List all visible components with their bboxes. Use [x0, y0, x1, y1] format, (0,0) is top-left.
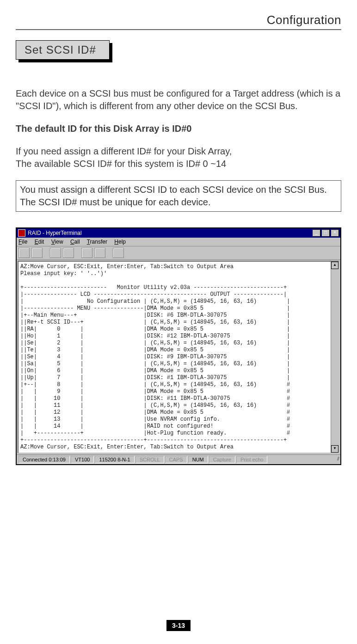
status-scroll: SCROLL [135, 456, 164, 463]
section-heading: Set SCSI ID# [16, 40, 110, 60]
menu-help[interactable]: Help [114, 239, 126, 245]
status-echo: Print echo [236, 456, 268, 463]
terminal-output[interactable]: AZ:Move Cursor, ESC:Exit, Enter:Enter, T… [19, 263, 338, 452]
paragraph-assign-line1: If you need assign a different ID# for y… [16, 146, 232, 156]
terminal-client-area: ▲ ▼ AZ:Move Cursor, ESC:Exit, Enter:Ente… [18, 261, 339, 454]
status-connected: Connected 0:13:09 [18, 456, 70, 463]
menu-transfer[interactable]: Transfer [87, 239, 107, 245]
app-icon [18, 229, 25, 237]
minimize-button[interactable]: _ [312, 229, 320, 237]
toolbar-open-icon[interactable] [31, 248, 43, 258]
toolbar-call-icon[interactable] [50, 248, 61, 258]
paragraph-intro: Each device on a SCSI bus must be config… [16, 87, 341, 112]
status-line: 115200 8-N-1 [95, 456, 134, 463]
menu-edit[interactable]: Edit [35, 239, 44, 245]
window-title: RAID - HyperTerminal [28, 230, 82, 236]
scroll-up-button[interactable]: ▲ [331, 262, 339, 269]
body-text: Each device on a SCSI bus must be config… [16, 87, 341, 212]
toolbar-new-icon[interactable] [18, 248, 30, 258]
status-emulation: VT100 [71, 456, 94, 463]
window-titlebar[interactable]: RAID - HyperTerminal _ □ × [17, 228, 340, 238]
page-number-badge: 3-13 [166, 620, 191, 631]
toolbar-properties-icon[interactable] [113, 248, 124, 258]
status-caps: CAPS [165, 456, 187, 463]
paragraph-assign-line2: The available SCSI ID# for this system i… [16, 159, 226, 169]
menu-view[interactable]: View [51, 239, 63, 245]
vertical-scrollbar[interactable]: ▲ ▼ [331, 262, 339, 453]
page: Configuration Set SCSI ID# Each device o… [0, 0, 357, 644]
paragraph-assign: If you need assign a different ID# for y… [16, 145, 341, 170]
toolbar [17, 246, 340, 260]
note-box: You must assign a different SCSI ID to e… [16, 180, 341, 212]
menu-call[interactable]: Call [70, 239, 80, 245]
toolbar-receive-icon[interactable] [94, 248, 105, 258]
window-buttons: _ □ × [312, 229, 339, 237]
resize-grip-icon[interactable]: /// [331, 456, 339, 463]
menu-bar: File Edit View Call Transfer Help [17, 238, 340, 246]
hyperterminal-window: RAID - HyperTerminal _ □ × File Edit Vie… [16, 227, 341, 465]
scroll-down-button[interactable]: ▼ [331, 445, 339, 453]
page-header-title: Configuration [16, 13, 341, 27]
status-capture: Capture [209, 456, 235, 463]
paragraph-default-id: The default ID for this Disk Array is ID… [16, 123, 341, 135]
section-heading-label: Set SCSI ID# [16, 40, 110, 60]
menu-file[interactable]: File [18, 239, 27, 245]
close-button[interactable]: × [331, 229, 339, 237]
status-bar: Connected 0:13:09 VT100 115200 8-N-1 SCR… [17, 454, 340, 464]
toolbar-hangup-icon[interactable] [63, 248, 74, 258]
toolbar-send-icon[interactable] [81, 248, 92, 258]
status-num: NUM [188, 456, 208, 463]
header-rule [16, 29, 341, 30]
maximize-button[interactable]: □ [321, 229, 330, 237]
